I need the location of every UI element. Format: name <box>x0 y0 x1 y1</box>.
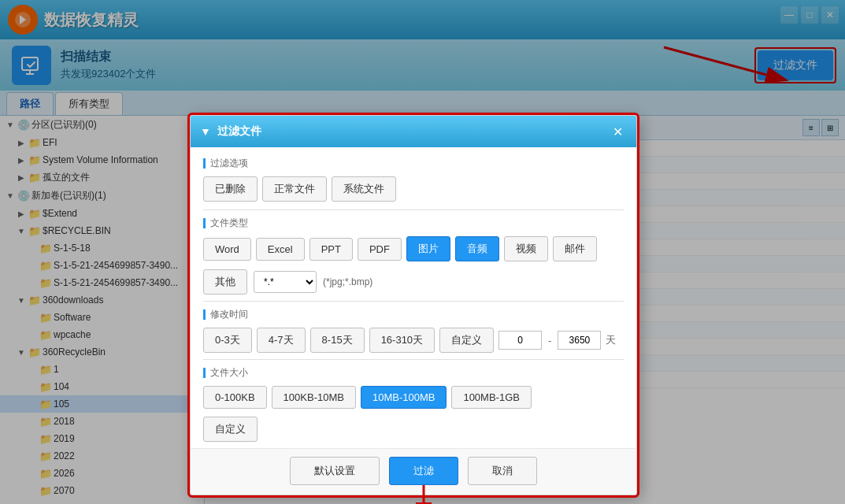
btn-4-7d[interactable]: 4-7天 <box>257 328 306 353</box>
btn-16-310d[interactable]: 16-310天 <box>369 328 435 353</box>
btn-filter[interactable]: 过滤 <box>389 457 458 485</box>
other-label: 其他 <box>203 269 247 295</box>
filter-dialog: ▼ 过滤文件 ✕ 过滤选项 已删除 正常文件 系统文件 文件类型 Word Ex… <box>189 114 638 496</box>
other-select[interactable]: *.* *.jpg *.bmp <box>254 271 317 293</box>
btn-word[interactable]: Word <box>203 238 251 261</box>
btn-8-15d[interactable]: 8-15天 <box>310 328 365 353</box>
section-filter-options: 过滤选项 <box>203 157 624 170</box>
other-row: 其他 *.* *.jpg *.bmp (*jpg;*.bmp) <box>203 269 624 295</box>
btn-0-100kb[interactable]: 0-100KB <box>203 386 267 409</box>
btn-audio[interactable]: 音频 <box>455 236 499 261</box>
btn-ppt[interactable]: PPT <box>309 238 353 261</box>
filter-options-group: 已删除 正常文件 系统文件 <box>203 176 624 202</box>
btn-pdf[interactable]: PDF <box>358 238 402 261</box>
dialog-title: 过滤文件 <box>217 124 261 139</box>
divider3 <box>203 359 624 360</box>
divider2 <box>203 301 624 302</box>
dialog-title-bar: ▼ 过滤文件 ✕ <box>191 116 636 147</box>
time-row: 0-3天 4-7天 8-15天 16-310天 自定义 - 天 <box>203 328 624 353</box>
dialog-footer: 默认设置 过滤 取消 <box>191 448 636 495</box>
dialog-body: 过滤选项 已删除 正常文件 系统文件 文件类型 Word Excel PPT P… <box>191 147 636 448</box>
filter-icon: ▼ <box>200 125 211 138</box>
other-hint: (*jpg;*.bmp) <box>323 276 372 287</box>
time-unit: 天 <box>606 333 616 347</box>
btn-deleted[interactable]: 已删除 <box>203 176 258 202</box>
file-type-group: Word Excel PPT PDF 图片 音频 视频 邮件 <box>203 236 624 261</box>
btn-100mb-1gb[interactable]: 100MB-1GB <box>451 386 532 409</box>
btn-custom-time[interactable]: 自定义 <box>439 328 494 353</box>
btn-video[interactable]: 视频 <box>504 236 548 261</box>
btn-100kb-10mb[interactable]: 100KB-10MB <box>272 386 356 409</box>
divider1 <box>203 209 624 210</box>
btn-normal[interactable]: 正常文件 <box>262 176 327 202</box>
time-dash: - <box>547 335 553 346</box>
size-row: 0-100KB 100KB-10MB 10MB-100MB 100MB-1GB <box>203 386 624 409</box>
section-modified-time: 修改时间 <box>203 308 624 321</box>
btn-image[interactable]: 图片 <box>406 236 450 261</box>
btn-10mb-100mb[interactable]: 10MB-100MB <box>361 386 447 409</box>
section-file-type: 文件类型 <box>203 217 624 230</box>
time-from-input[interactable] <box>498 331 542 350</box>
btn-custom-size[interactable]: 自定义 <box>203 417 258 442</box>
time-to-input[interactable] <box>558 331 601 350</box>
btn-0-3d[interactable]: 0-3天 <box>203 328 252 353</box>
btn-cancel[interactable]: 取消 <box>468 457 537 485</box>
btn-excel[interactable]: Excel <box>256 238 305 261</box>
btn-default-settings[interactable]: 默认设置 <box>290 457 380 485</box>
dialog-close-button[interactable]: ✕ <box>608 122 627 141</box>
section-file-size: 文件大小 <box>203 366 624 380</box>
btn-system[interactable]: 系统文件 <box>332 176 396 202</box>
btn-email[interactable]: 邮件 <box>553 236 597 261</box>
